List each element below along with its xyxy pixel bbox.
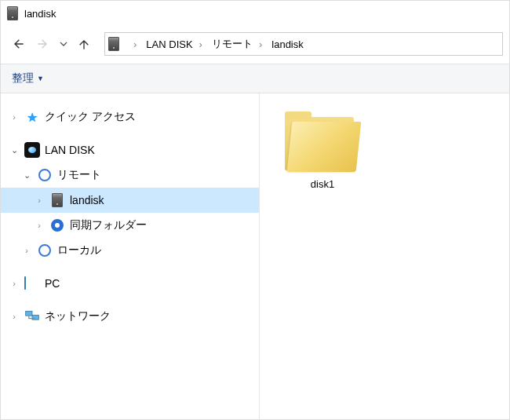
organize-button[interactable]: 整理 ▼ (12, 71, 44, 86)
chevron-right-icon[interactable]: › (34, 221, 45, 230)
breadcrumb-label: リモート (212, 37, 253, 51)
nav-row: › LAN DISK › リモート › landisk (1, 26, 509, 64)
chevron-right-icon[interactable]: › (34, 195, 45, 205)
chevron-right-icon: › (195, 38, 202, 50)
breadcrumb-segment[interactable]: LAN DISK › (143, 37, 206, 52)
main-area: › ★ クイック アクセス ⌄ LAN DISK ⌄ リモート › landis… (1, 93, 509, 420)
dropdown-triangle-icon: ▼ (37, 75, 44, 82)
tree-label: リモート (57, 168, 101, 182)
tree-label: 同期フォルダー (70, 218, 147, 232)
tree-label: ネットワーク (45, 309, 111, 323)
folder-item[interactable]: disk1 (275, 111, 370, 190)
tree-node-sync-folder[interactable]: › 同期フォルダー (1, 213, 259, 238)
disk-icon (52, 193, 63, 207)
organize-label: 整理 (12, 71, 34, 86)
chevron-down-icon (57, 38, 70, 50)
arrow-right-icon (37, 38, 49, 50)
pc-monitor-icon (24, 277, 40, 290)
tree-node-quick-access[interactable]: › ★ クイック アクセス (1, 104, 259, 130)
navigation-tree[interactable]: › ★ クイック アクセス ⌄ LAN DISK ⌄ リモート › landis… (1, 93, 260, 420)
breadcrumb-segment[interactable]: リモート › (209, 35, 265, 53)
tree-node-local[interactable]: › ローカル (1, 238, 259, 263)
tree-label: クイック アクセス (45, 110, 136, 124)
chevron-right-icon[interactable]: › (9, 279, 20, 288)
toolbar: 整理 ▼ (1, 64, 509, 93)
up-button[interactable] (73, 33, 95, 55)
tree-node-network[interactable]: › ネットワーク (1, 304, 259, 329)
breadcrumb-label: landisk (271, 38, 303, 50)
remote-circle-icon (38, 169, 51, 181)
chevron-right-icon: › (129, 38, 137, 50)
local-circle-icon (38, 244, 51, 257)
tree-node-landisk[interactable]: › landisk (1, 188, 259, 213)
address-bar[interactable]: › LAN DISK › リモート › landisk (104, 32, 503, 56)
svg-rect-0 (26, 311, 32, 316)
content-pane[interactable]: disk1 (260, 93, 509, 420)
tree-node-remote[interactable]: ⌄ リモート (1, 163, 259, 188)
star-icon: ★ (24, 109, 40, 125)
arrow-up-icon (78, 38, 90, 50)
back-button[interactable] (7, 33, 29, 55)
tree-label: PC (45, 277, 60, 290)
tree-node-landisk-root[interactable]: ⌄ LAN DISK (1, 137, 259, 163)
address-disk-icon (108, 37, 119, 51)
tree-label: ローカル (57, 243, 101, 257)
breadcrumb-segment[interactable]: › (126, 37, 140, 52)
chevron-right-icon: › (254, 38, 262, 50)
chevron-down-icon[interactable]: ⌄ (9, 145, 20, 155)
sync-circle-icon (51, 219, 64, 232)
breadcrumb-segment[interactable]: landisk (268, 37, 306, 52)
chevron-right-icon[interactable]: › (9, 312, 20, 321)
chevron-right-icon[interactable]: › (21, 246, 32, 255)
titlebar: landisk (1, 1, 509, 26)
chevron-right-icon[interactable]: › (9, 112, 20, 122)
svg-rect-1 (32, 315, 38, 320)
folder-label: disk1 (311, 178, 334, 190)
tree-label: landisk (70, 194, 104, 206)
arrow-left-icon (12, 38, 24, 50)
breadcrumb-label: LAN DISK (146, 38, 192, 50)
recent-locations-button[interactable] (57, 33, 70, 55)
network-icon (24, 309, 40, 324)
folder-icon (283, 111, 362, 173)
chevron-down-icon[interactable]: ⌄ (21, 170, 32, 181)
window-disk-icon (7, 6, 18, 20)
tree-label: LAN DISK (45, 144, 95, 156)
landisk-app-icon (24, 142, 40, 158)
tree-node-pc[interactable]: › PC (1, 271, 259, 296)
window-title: landisk (24, 8, 56, 20)
forward-button (32, 33, 54, 55)
